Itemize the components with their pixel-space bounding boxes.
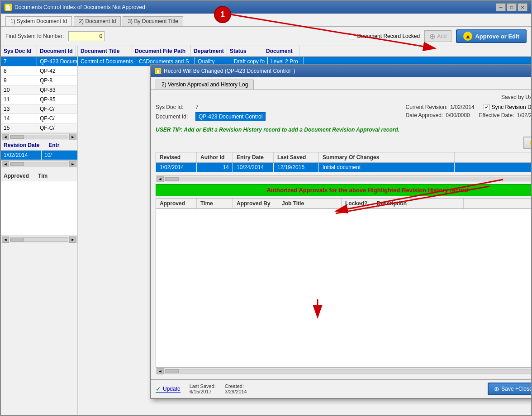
entry-cell: 10/: [42, 151, 55, 160]
add-approval-area: ▲ Add Approval: [156, 137, 531, 149]
right-ids: Current Revision: 1/02/2014 ✓ Sync Revis…: [405, 104, 531, 118]
rev-scroll-right[interactable]: ►: [69, 161, 76, 167]
app-scroll-left[interactable]: ◄: [2, 236, 9, 243]
main-h-scroll[interactable]: ◄ ►: [1, 133, 77, 140]
find-label: Find System Id Number:: [5, 33, 64, 39]
minimize-button[interactable]: ─: [496, 3, 506, 11]
update-button[interactable]: ✓ Update: [156, 385, 180, 393]
app-scroll-thumb2[interactable]: [165, 369, 179, 373]
col-sys-doc-id: Sys Doc Id: [1, 46, 37, 56]
revision-date-col: Revision Date: [4, 142, 39, 148]
close-button[interactable]: ✕: [518, 3, 527, 11]
sub-footer: ✓ Update Last Saved: 6/15/2017 Created: …: [151, 379, 531, 398]
main-panel: Document Title Document File Path Depart…: [78, 46, 531, 415]
cell-sys-id: 11: [1, 95, 37, 104]
rev-scroll-thumb2[interactable]: [165, 177, 179, 181]
scroll-track: [10, 135, 68, 139]
add-approval-button[interactable]: ▲ Add Approval: [523, 137, 531, 149]
maximize-button[interactable]: □: [507, 3, 517, 11]
cell-sys-id: 8: [1, 66, 37, 76]
col-summary: Summary Of Changes: [319, 152, 455, 162]
add-button[interactable]: ⊕ Add: [424, 30, 451, 42]
locked-checkbox[interactable]: [349, 33, 355, 39]
dates-row: Date Approved: 0/00/0000 Effective Date:…: [405, 112, 531, 118]
rev-scroll-left-btn[interactable]: ◄: [157, 176, 164, 182]
col-entry-date: Entry Date: [233, 152, 274, 162]
sub-tab-bar: 2) Version Approval and History Log: [151, 77, 531, 90]
approve-icon: ▲: [463, 32, 472, 41]
scroll-right[interactable]: ►: [69, 134, 76, 140]
table-row[interactable]: 14 QF-C/: [1, 114, 77, 123]
table-row[interactable]: 8 QP-42: [1, 66, 77, 76]
find-input[interactable]: [68, 31, 104, 41]
tab-by-title[interactable]: 3) By Document Title: [123, 16, 183, 26]
save-close-button[interactable]: ⊕ Save +Close: [488, 383, 531, 395]
toolbar: Find System Id Number: Document Record L…: [1, 27, 531, 46]
last-saved-label: Last Saved:: [190, 383, 216, 389]
cell-doc-id: QP-423 Document Contro: [37, 57, 77, 66]
table-row[interactable]: 9 QP-8: [1, 76, 77, 85]
revision-info-row: Current Revision: 1/02/2014 ✓ Sync Revis…: [405, 104, 531, 110]
rev-scroll-thumb[interactable]: [10, 162, 24, 166]
revision-history-row[interactable]: 1/02/2014 14 10/24/2014 12/19/2015 Initi…: [156, 163, 531, 172]
cell-sys-id: 15: [1, 123, 37, 132]
col-doc-title: Document Title: [78, 46, 132, 56]
app-scroll-track2: [165, 369, 531, 373]
table-row[interactable]: 13 QF-C/: [1, 104, 77, 114]
time-col: Tim: [38, 173, 48, 179]
left-table-header: Sys Doc Id Document Id: [1, 46, 77, 57]
sync-checkbox-area: ✓ Sync Revision Date with History Log: [484, 104, 531, 110]
revision-row[interactable]: 1/02/2014 10/: [1, 151, 77, 160]
cell-sys-id: 14: [1, 114, 37, 123]
table-row[interactable]: 7 QP-423 Document Contro: [1, 57, 77, 66]
col-description: Description: [373, 199, 464, 208]
col-approved-by: Approved By: [233, 199, 278, 208]
approvals-table: Approved Time Approved By Job Title Lock…: [156, 198, 531, 367]
table-row[interactable]: 15 QF-C/: [1, 123, 77, 133]
ids-row-full: Sys Doc Id: 7 Document Id: QP-423 Docume…: [156, 104, 531, 121]
revision-h-scroll[interactable]: ◄ ►: [156, 175, 531, 182]
approvals-h-scroll[interactable]: ◄ ►: [156, 367, 531, 374]
app-scroll-thumb[interactable]: [10, 238, 24, 241]
rev-scroll-track2: [165, 177, 531, 181]
table-row[interactable]: 10 QP-83: [1, 85, 77, 95]
col-status: Status: [227, 46, 263, 56]
approve-edit-button[interactable]: ▲ Approve or Edit: [456, 29, 527, 43]
sub-window: 📋 Record Will Be Changed (QP-423 Documen…: [150, 64, 531, 399]
cell-doc-id: QP-83: [37, 85, 73, 95]
created-label: Created:: [225, 383, 247, 389]
table-row[interactable]: 11 QP-85: [1, 95, 77, 104]
rev-scroll-left[interactable]: ◄: [2, 161, 9, 167]
app-scroll-right[interactable]: ►: [69, 236, 76, 243]
cell-entry-date: 10/24/2014: [233, 163, 274, 172]
last-saved-info: Last Saved: 6/15/2017: [190, 383, 216, 394]
green-banner: Authorized Approvals for the above Highl…: [156, 184, 531, 196]
entry-col: Entr: [48, 142, 59, 148]
sub-tab-version[interactable]: 2) Version Approval and History Log: [156, 80, 254, 89]
scroll-left[interactable]: ◄: [2, 134, 9, 140]
approved-h-scroll[interactable]: ◄ ►: [1, 236, 77, 243]
col-doc-id: Document Id: [37, 46, 76, 56]
sys-doc-id-label: Sys Doc Id:: [156, 104, 192, 110]
footer-buttons: ⊕ Save +Close ✕ Cancel: [488, 383, 531, 395]
main-table-header: Document Title Document File Path Depart…: [78, 46, 531, 57]
col-dept: Department: [191, 46, 227, 56]
content-area: Sys Doc Id Document Id 7 QP-423 Document…: [1, 46, 531, 415]
col-author-id: Author Id: [197, 152, 233, 162]
checkmark-icon: ✓: [156, 385, 161, 392]
document-id-field: Document Id: QP-423 Document Control: [156, 112, 266, 121]
sync-checkbox[interactable]: ✓: [484, 104, 490, 110]
plus-icon: ⊕: [429, 32, 435, 41]
tab-system-doc-id[interactable]: 1) System Document Id: [5, 16, 72, 26]
main-title: Documents Control Index of Documents Not…: [14, 4, 145, 10]
revision-h-scroll[interactable]: ◄ ►: [1, 160, 77, 167]
app-scroll-left-btn[interactable]: ◄: [157, 368, 164, 374]
document-id-label: Document Id:: [156, 113, 192, 120]
document-id-value[interactable]: QP-423 Document Control: [195, 112, 266, 121]
scroll-thumb[interactable]: [10, 135, 24, 139]
sub-title-left: 📋 Record Will Be Changed (QP-423 Documen…: [155, 68, 295, 74]
approved-body: [1, 181, 77, 236]
sys-doc-id-value: 7: [195, 104, 199, 110]
tab-document-id[interactable]: 2) Document Id: [74, 16, 121, 26]
title-bar: 📄 Documents Control Index of Documents N…: [1, 1, 531, 14]
